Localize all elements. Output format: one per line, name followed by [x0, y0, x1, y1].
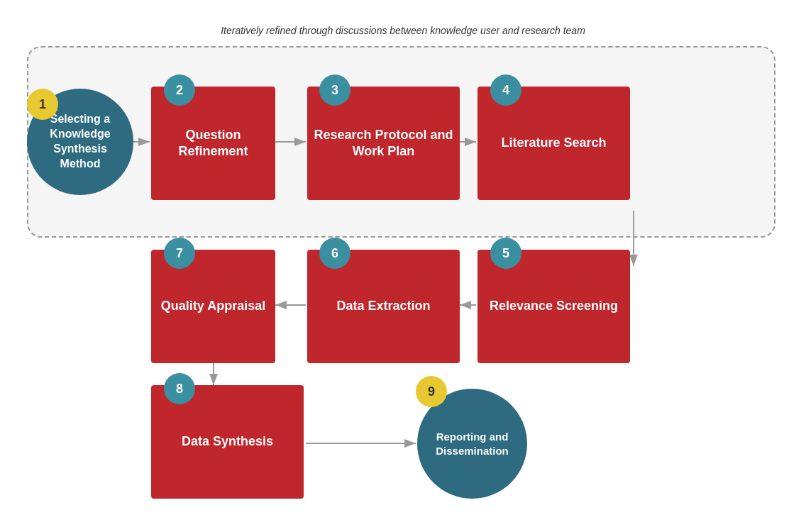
node-2-label: Question Refinement: [151, 127, 275, 160]
diagram-container: Iteratively refined through discussions …: [13, 11, 793, 521]
diagram-subtitle: Iteratively refined through discussions …: [27, 25, 779, 36]
node-3-label: Research Protocol and Work Plan: [307, 127, 460, 160]
badge-7: 7: [164, 238, 195, 269]
node-6-label: Data Extraction: [336, 298, 430, 314]
badge-3: 3: [319, 74, 350, 106]
node-8-label: Data Synthesis: [182, 433, 273, 450]
badge-4: 4: [490, 74, 521, 106]
badge-6: 6: [319, 238, 350, 269]
node-5-label: Relevance Screening: [490, 298, 618, 314]
badge-2: 2: [164, 74, 195, 106]
node-7-label: Quality Appraisal: [161, 298, 265, 314]
node-9-label: Reporting and Dissemination: [417, 423, 527, 465]
node-2: Question Refinement: [151, 87, 275, 200]
badge-1: 1: [27, 89, 58, 120]
badge-9: 9: [416, 376, 447, 407]
badge-8: 8: [164, 373, 195, 404]
node-4-label: Literature Search: [501, 135, 606, 151]
badge-5: 5: [490, 238, 521, 269]
node-7: Quality Appraisal: [151, 250, 275, 363]
